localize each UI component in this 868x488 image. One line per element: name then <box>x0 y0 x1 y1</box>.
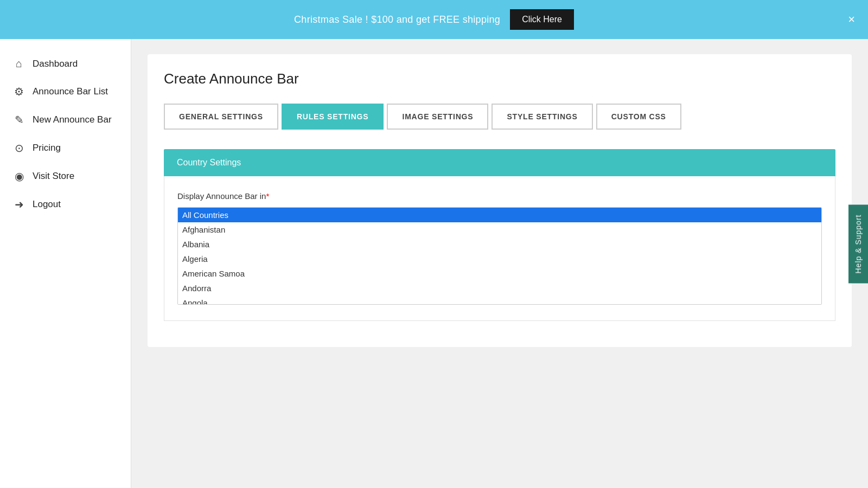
sidebar-item-visit-store[interactable]: ◉Visit Store <box>0 162 131 190</box>
sidebar: ⌂Dashboard⚙Announce Bar List✎New Announc… <box>0 39 131 488</box>
sidebar-label-visit-store: Visit Store <box>33 171 74 182</box>
tab-rules[interactable]: RULES SETTINGS <box>282 104 384 130</box>
sidebar-icon-new-announce-bar: ✎ <box>13 113 25 126</box>
sidebar-label-new-announce-bar: New Announce Bar <box>33 114 112 125</box>
sidebar-item-pricing[interactable]: ⊙Pricing <box>0 134 131 162</box>
announce-bar-text: Christmas Sale ! $100 and get FREE shipp… <box>294 14 500 25</box>
sidebar-label-dashboard: Dashboard <box>33 59 78 69</box>
country-settings-section: Country Settings Display Announce Bar in… <box>164 149 835 321</box>
app-body: ⌂Dashboard⚙Announce Bar List✎New Announc… <box>0 39 868 488</box>
announce-bar-close-button[interactable]: × <box>848 14 855 25</box>
sidebar-icon-announce-bar-list: ⚙ <box>13 85 25 98</box>
country-listbox[interactable]: All CountriesAfghanistanAlbaniaAlgeriaAm… <box>177 207 822 305</box>
country-field-label: Display Announce Bar in* <box>177 191 822 201</box>
tab-style[interactable]: STYLE SETTINGS <box>492 104 592 130</box>
sidebar-icon-dashboard: ⌂ <box>13 57 25 70</box>
country-settings-header: Country Settings <box>164 149 835 176</box>
sidebar-item-logout[interactable]: ➜Logout <box>0 190 131 219</box>
sidebar-icon-visit-store: ◉ <box>13 170 25 183</box>
country-settings-body: Display Announce Bar in* All CountriesAf… <box>164 176 835 321</box>
sidebar-label-logout: Logout <box>33 199 61 210</box>
main-content: Create Announce Bar GENERAL SETTINGSRULE… <box>131 39 868 488</box>
content-card: Create Announce Bar GENERAL SETTINGSRULE… <box>148 54 852 347</box>
sidebar-item-new-announce-bar[interactable]: ✎New Announce Bar <box>0 106 131 134</box>
tab-image[interactable]: IMAGE SETTINGS <box>387 104 488 130</box>
sidebar-label-pricing: Pricing <box>33 143 61 153</box>
sidebar-icon-pricing: ⊙ <box>13 142 25 155</box>
announce-bar-cta-button[interactable]: Click Here <box>510 9 574 30</box>
tab-css[interactable]: CUSTOM CSS <box>596 104 681 130</box>
sidebar-icon-logout: ➜ <box>13 198 25 211</box>
sidebar-item-dashboard[interactable]: ⌂Dashboard <box>0 50 131 78</box>
help-support-tab[interactable]: Help & Support <box>848 205 868 284</box>
announce-bar: Christmas Sale ! $100 and get FREE shipp… <box>0 0 868 39</box>
sidebar-item-announce-bar-list[interactable]: ⚙Announce Bar List <box>0 78 131 106</box>
tab-general[interactable]: GENERAL SETTINGS <box>164 104 278 130</box>
page-title: Create Announce Bar <box>164 70 835 87</box>
sidebar-label-announce-bar-list: Announce Bar List <box>33 86 108 97</box>
tabs-bar: GENERAL SETTINGSRULES SETTINGSIMAGE SETT… <box>164 104 835 130</box>
